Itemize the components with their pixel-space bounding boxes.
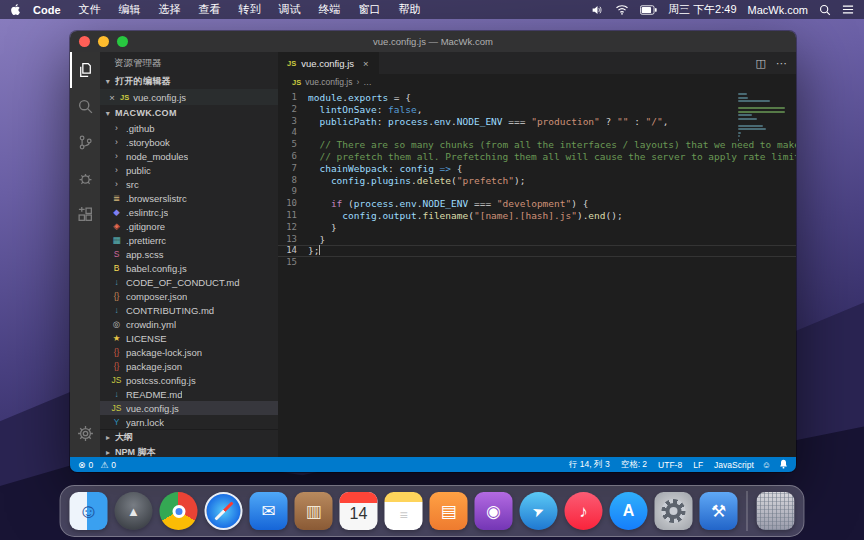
file-item[interactable]: {}package-lock.json: [100, 345, 278, 359]
menu-item-6[interactable]: 终端: [310, 3, 350, 15]
file-item[interactable]: ≣.browserslistrc: [100, 191, 278, 205]
tab-close-icon[interactable]: ×: [363, 58, 369, 69]
debug-icon[interactable]: [70, 160, 100, 196]
more-actions-icon[interactable]: ⋯: [776, 57, 787, 70]
wifi-icon[interactable]: [615, 4, 629, 15]
dock-item-finder[interactable]: ☺: [70, 492, 108, 530]
source-control-icon[interactable]: [70, 124, 100, 160]
file-item[interactable]: Yyarn.lock: [100, 415, 278, 429]
status-item-0[interactable]: 行 14, 列 3: [569, 459, 610, 471]
dock-item-chrome[interactable]: [160, 492, 198, 530]
file-item[interactable]: ▦.prettierrc: [100, 233, 278, 247]
file-item[interactable]: Sapp.scss: [100, 247, 278, 261]
code-line[interactable]: 4: [278, 127, 796, 139]
breadcrumb[interactable]: JS vue.config.js › …: [278, 74, 796, 90]
dock-item-calendar[interactable]: 14: [340, 492, 378, 530]
sidebar-section-1[interactable]: ▸NPM 脚本: [100, 445, 278, 457]
file-item[interactable]: ↓CODE_OF_CONDUCT.md: [100, 275, 278, 289]
file-item[interactable]: ↓README.md: [100, 387, 278, 401]
code-editor[interactable]: 1module.exports = {2 lintOnSave: false,3…: [278, 90, 796, 457]
code-line[interactable]: 6 // prefetch them all. Prefetching them…: [278, 151, 796, 163]
search-icon[interactable]: [70, 88, 100, 124]
file-item[interactable]: JSvue.config.js: [100, 401, 278, 415]
close-window-button[interactable]: [79, 36, 90, 47]
code-line[interactable]: 5 // There are so many chunks (from all …: [278, 139, 796, 151]
settings-gear-icon[interactable]: [70, 415, 100, 451]
dock-item-music[interactable]: ♪: [565, 492, 603, 530]
file-item[interactable]: ›.storybook: [100, 135, 278, 149]
file-item[interactable]: ›src: [100, 177, 278, 191]
close-editor-icon[interactable]: ×: [108, 92, 116, 103]
file-item[interactable]: {}composer.json: [100, 289, 278, 303]
menu-item-2[interactable]: 选择: [150, 3, 190, 15]
dock-item-trash[interactable]: [757, 492, 795, 530]
open-editor-item[interactable]: × JS vue.config.js: [100, 89, 278, 105]
dock-item-settings[interactable]: [655, 492, 693, 530]
file-item[interactable]: {}package.json: [100, 359, 278, 373]
folder-root-header[interactable]: ▾ MACWK.COM: [100, 105, 278, 121]
window-title-bar[interactable]: vue.config.js — MacWk.com: [70, 31, 796, 52]
status-item-4[interactable]: JavaScript: [714, 460, 754, 470]
menu-clock[interactable]: 周三 下午2:49: [668, 2, 736, 17]
extensions-icon[interactable]: [70, 196, 100, 232]
zoom-window-button[interactable]: [117, 36, 128, 47]
menu-item-7[interactable]: 窗口: [350, 3, 390, 15]
file-item[interactable]: ◆.eslintrc.js: [100, 205, 278, 219]
code-line[interactable]: 11 config.output.filename("[name].[hash]…: [278, 210, 796, 222]
file-item[interactable]: ›node_modules: [100, 149, 278, 163]
dock-item-mail[interactable]: ✉: [250, 492, 288, 530]
dock-item-launchpad[interactable]: ▲: [115, 492, 153, 530]
code-line[interactable]: 3 publicPath: process.env.NODE_ENV === "…: [278, 116, 796, 128]
menu-brand[interactable]: MacWk.com: [748, 4, 809, 16]
status-item-3[interactable]: LF: [693, 460, 703, 470]
code-line[interactable]: 8 config.plugins.delete("prefetch");: [278, 175, 796, 187]
code-line[interactable]: 15: [278, 257, 796, 269]
battery-icon[interactable]: [640, 5, 657, 15]
menu-item-4[interactable]: 转到: [230, 3, 270, 15]
sidebar-section-0[interactable]: ▸大纲: [100, 430, 278, 445]
volume-icon[interactable]: [591, 4, 604, 16]
breadcrumb-file[interactable]: vue.config.js: [305, 77, 352, 87]
status-item-2[interactable]: UTF-8: [658, 460, 682, 470]
feedback-smiley-icon[interactable]: ☺: [762, 460, 771, 470]
file-item[interactable]: ★LICENSE: [100, 331, 278, 345]
dock-item-contacts[interactable]: ▥: [295, 492, 333, 530]
minimap[interactable]: [738, 92, 794, 146]
code-line[interactable]: 7 chainWebpack: config => {: [278, 163, 796, 175]
dock-item-app-store[interactable]: A: [610, 492, 648, 530]
dock-item-safari[interactable]: [205, 492, 243, 530]
menu-item-5[interactable]: 调试: [270, 3, 310, 15]
code-line[interactable]: 1module.exports = {: [278, 92, 796, 104]
spotlight-icon[interactable]: [819, 4, 831, 16]
dock-item-podcasts[interactable]: ◉: [475, 492, 513, 530]
file-item[interactable]: ›public: [100, 163, 278, 177]
code-line[interactable]: 12 }: [278, 222, 796, 234]
menu-item-3[interactable]: 查看: [190, 3, 230, 15]
file-item[interactable]: Bbabel.config.js: [100, 261, 278, 275]
code-line[interactable]: 9: [278, 186, 796, 198]
split-editor-icon[interactable]: ◫: [756, 57, 766, 70]
apple-menu-icon[interactable]: [10, 3, 22, 16]
tab-vue-config[interactable]: JS vue.config.js ×: [278, 52, 379, 74]
file-item[interactable]: ›.github: [100, 121, 278, 135]
code-line[interactable]: 14};: [278, 245, 796, 257]
dock-item-books[interactable]: ▤: [430, 492, 468, 530]
file-item[interactable]: ↓CONTRIBUTING.md: [100, 303, 278, 317]
file-item[interactable]: ◎crowdin.yml: [100, 317, 278, 331]
problems-status[interactable]: ⊗0 ⚠0: [78, 460, 116, 470]
open-editors-header[interactable]: ▾ 打开的编辑器: [100, 73, 278, 89]
dock-item-notes[interactable]: ≡: [385, 492, 423, 530]
code-line[interactable]: 2 lintOnSave: false,: [278, 104, 796, 116]
file-item[interactable]: JSpostcss.config.js: [100, 373, 278, 387]
notification-center-icon[interactable]: [842, 4, 854, 15]
notifications-bell-icon[interactable]: [779, 459, 788, 471]
menu-item-8[interactable]: 帮助: [390, 3, 430, 15]
menu-app-name[interactable]: Code: [24, 4, 70, 16]
code-line[interactable]: 13 }: [278, 234, 796, 246]
minimize-window-button[interactable]: [98, 36, 109, 47]
file-item[interactable]: ◈.gitignore: [100, 219, 278, 233]
explorer-icon[interactable]: [70, 52, 100, 88]
status-item-1[interactable]: 空格: 2: [621, 459, 647, 471]
code-line[interactable]: 10 if (process.env.NODE_ENV === "develop…: [278, 198, 796, 210]
dock-item-xcode[interactable]: ⚒: [700, 492, 738, 530]
